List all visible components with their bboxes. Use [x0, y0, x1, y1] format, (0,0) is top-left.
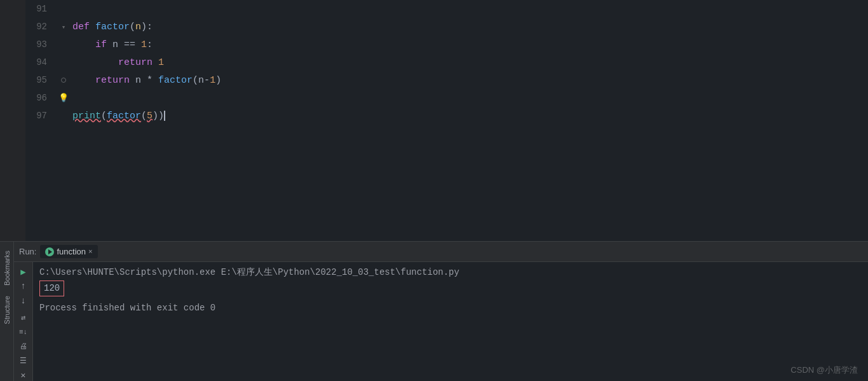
run-panel-header: Bookmarks Structure Run: function ×: [0, 242, 868, 262]
run-play-icon: [45, 247, 54, 256]
run-panel: Bookmarks Structure Run: function × ▶ ↑ …: [0, 241, 868, 381]
line-number: 95: [25, 75, 57, 85]
run-vertical-sidebar: Bookmarks Structure: [0, 242, 14, 381]
run-print-button[interactable]: 🖨: [17, 340, 31, 352]
run-content: ▶ ↑ ↓ ⇄ ≡↓ 🖨 ☰ ✕ C:\Users\HUNTE\Scripts\…: [0, 262, 868, 381]
run-header-content: Run: function ×: [19, 245, 98, 258]
run-tab-function[interactable]: function ×: [40, 245, 97, 258]
line-number: 97: [25, 111, 57, 121]
run-tab-close[interactable]: ×: [88, 248, 93, 256]
run-wrap-button[interactable]: ⇄: [17, 312, 31, 324]
code-editor[interactable]: 91 92 ▾ def factor(n): 93 if n == 1: 94: [25, 0, 868, 241]
run-label: Run:: [19, 247, 36, 256]
line-number: 96: [25, 93, 57, 103]
editor-area: 91 92 ▾ def factor(n): 93 if n == 1: 94: [0, 0, 868, 241]
terminal-output: C:\Users\HUNTE\Scripts\python.exe E:\程序人…: [33, 262, 868, 381]
run-soft-wrap-button[interactable]: ≡↓: [17, 326, 31, 338]
line-number: 94: [25, 57, 57, 67]
table-row: 91: [25, 0, 868, 18]
table-row: 94 return 1: [25, 53, 868, 71]
sidebar-item-structure[interactable]: Structure: [2, 291, 12, 329]
exit-message: Process finished with exit code 0: [39, 301, 862, 315]
line-number: 93: [25, 39, 57, 50]
table-row: 92 ▾ def factor(n):: [25, 18, 868, 36]
run-play-button[interactable]: ▶: [17, 266, 31, 278]
editor-left-sidebar: [0, 0, 25, 241]
gutter-95: [57, 78, 70, 83]
table-row: 95 return n * factor(n-1): [25, 71, 868, 89]
line-number: 92: [25, 22, 57, 32]
sidebar-item-bookmarks[interactable]: Bookmarks: [2, 246, 12, 291]
line-number: 91: [25, 4, 57, 14]
table-row: 96 💡: [25, 89, 868, 107]
line-content-95: return n * factor(n-1): [70, 75, 221, 86]
command-line: C:\Users\HUNTE\Scripts\python.exe E:\程序人…: [39, 266, 862, 279]
line-content-97: print(factor(5)): [70, 111, 165, 121]
run-toolbar: ▶ ↑ ↓ ⇄ ≡↓ 🖨 ☰ ✕: [14, 262, 33, 381]
run-scroll-down-button[interactable]: ↓: [17, 294, 31, 307]
table-row: 93 if n == 1:: [25, 36, 868, 53]
fold-icon[interactable]: ▾: [57, 23, 70, 31]
line-content-92: def factor(n):: [70, 22, 153, 32]
code-lines: 91 92 ▾ def factor(n): 93 if n == 1: 94: [25, 0, 868, 125]
output-line: 120: [39, 281, 862, 299]
line-content-94: return 1: [70, 57, 164, 68]
run-close-button[interactable]: ✕: [17, 369, 31, 381]
table-row: 97 print(factor(5)): [25, 107, 868, 125]
run-settings-button[interactable]: ☰: [17, 355, 31, 367]
line-content-93: if n == 1:: [70, 39, 153, 50]
lightbulb-icon: 💡: [57, 93, 70, 103]
output-value: 120: [39, 281, 64, 296]
run-tab-name: function: [57, 247, 86, 256]
run-scroll-up-button[interactable]: ↑: [17, 281, 31, 293]
